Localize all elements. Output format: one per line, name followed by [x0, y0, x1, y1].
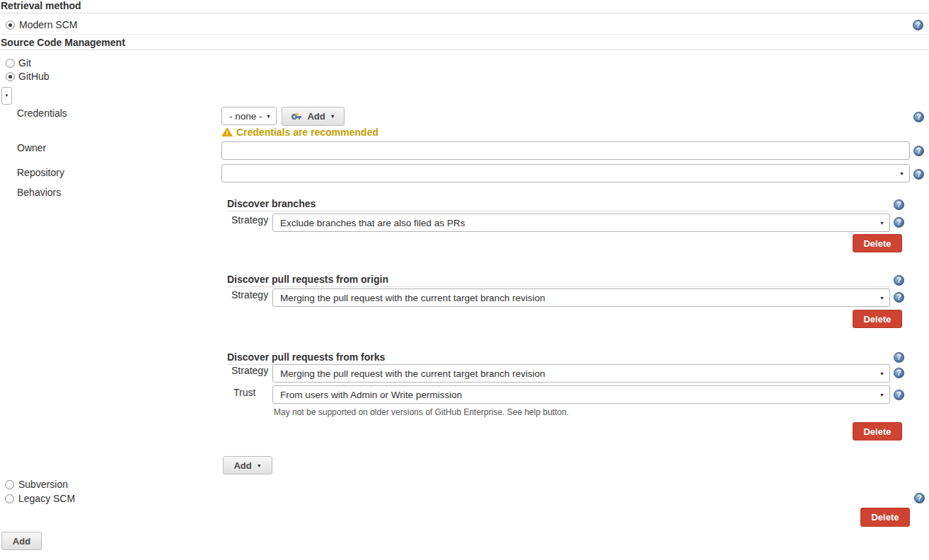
pr-forks-trust-value: From users with Admin or Write permissio…	[280, 390, 462, 400]
key-icon	[291, 112, 302, 121]
credentials-warning-text: Credentials are recommended	[236, 127, 379, 138]
pr-origin-strategy-value: Merging the pull request with the curren…	[280, 293, 545, 303]
radio-legacy-scm[interactable]	[5, 494, 14, 503]
credentials-add-label: Add	[307, 111, 325, 122]
radio-github-label: GitHub	[18, 71, 50, 82]
help-icon[interactable]: ?	[894, 199, 904, 210]
strategy-label: Strategy	[231, 214, 268, 226]
credentials-label: Credentials	[17, 107, 67, 119]
chevron-down-icon: ▼	[899, 171, 904, 176]
help-icon[interactable]: ?	[913, 169, 924, 180]
chevron-down-icon: ▼	[879, 392, 884, 397]
trust-note: May not be supported on older versions o…	[274, 407, 569, 417]
radio-git-label: Git	[18, 57, 31, 69]
help-icon[interactable]: ?	[894, 390, 904, 400]
radio-modern-scm-label: Modern SCM	[19, 19, 77, 30]
branches-strategy-select[interactable]: Exclude branches that are also filed as …	[272, 214, 890, 232]
trust-label: Trust	[233, 387, 255, 398]
branch-sources-config: Retrieval method Modern SCM ? Source Cod…	[0, 0, 929, 560]
chevron-down-icon: ▼	[879, 371, 884, 376]
branches-strategy-value: Exclude branches that are also filed as …	[280, 218, 465, 228]
strategy-label: Strategy	[231, 365, 268, 376]
repository-label: Repository	[17, 167, 64, 178]
delete-behavior-button[interactable]: Delete	[853, 310, 902, 328]
help-icon[interactable]: ?	[914, 493, 925, 503]
scm-header: Source Code Management	[0, 37, 929, 50]
delete-source-button[interactable]: Delete	[860, 508, 910, 527]
add-source-button[interactable]: Add	[1, 532, 42, 550]
help-icon[interactable]: ?	[894, 352, 904, 363]
add-behavior-button[interactable]: Add ▼	[223, 456, 272, 474]
radio-github[interactable]	[6, 72, 15, 81]
radio-modern-scm[interactable]	[6, 21, 15, 30]
help-icon[interactable]: ?	[913, 20, 923, 30]
chevron-down-icon: ▼	[266, 114, 271, 119]
chevron-down-icon: ▼	[5, 93, 9, 98]
help-icon[interactable]: ?	[894, 275, 904, 286]
add-behavior-label: Add	[233, 460, 251, 471]
repository-select[interactable]: ▼	[221, 164, 910, 182]
chevron-down-icon: ▼	[330, 114, 335, 119]
pr-forks-strategy-value: Merging the pull request with the curren…	[280, 368, 545, 379]
retrieval-method-header: Retrieval method	[0, 0, 929, 13]
delete-behavior-button[interactable]: Delete	[853, 234, 902, 252]
chevron-down-icon: ▼	[879, 221, 884, 226]
radio-legacy-scm-label: Legacy SCM	[18, 493, 75, 504]
help-icon[interactable]: ?	[894, 368, 904, 378]
behaviors-label: Behaviors	[17, 187, 61, 198]
pr-origin-strategy-select[interactable]: Merging the pull request with the curren…	[272, 288, 890, 307]
radio-subversion-label: Subversion	[18, 479, 68, 490]
behavior-title-pr-forks: Discover pull requests from forks	[227, 351, 890, 365]
credentials-select-value: - none -	[229, 111, 262, 122]
radio-subversion[interactable]	[5, 480, 14, 489]
behavior-title-discover-branches: Discover branches	[227, 198, 890, 211]
chevron-down-icon: ▼	[257, 463, 262, 468]
github-source-select[interactable]: ▼	[1, 87, 12, 105]
delete-behavior-button[interactable]: Delete	[853, 422, 902, 441]
strategy-label: Strategy	[231, 289, 268, 301]
warning-icon: !	[221, 127, 233, 136]
warning-glyph: !	[226, 129, 229, 136]
owner-label: Owner	[17, 142, 46, 153]
help-icon[interactable]: ?	[913, 146, 924, 156]
pr-forks-trust-select[interactable]: From users with Admin or Write permissio…	[272, 385, 890, 404]
help-icon[interactable]: ?	[894, 292, 904, 303]
help-icon[interactable]: ?	[913, 112, 924, 122]
behavior-title-pr-origin: Discover pull requests from origin	[227, 274, 890, 287]
section-divider	[0, 34, 929, 35]
credentials-add-button[interactable]: Add ▼	[282, 107, 345, 126]
radio-git[interactable]	[6, 59, 15, 68]
credentials-select[interactable]: - none - ▼	[221, 107, 277, 125]
help-icon[interactable]: ?	[894, 217, 904, 228]
chevron-down-icon: ▼	[879, 296, 884, 301]
pr-forks-strategy-select[interactable]: Merging the pull request with the curren…	[272, 364, 890, 383]
owner-input[interactable]	[221, 141, 910, 160]
